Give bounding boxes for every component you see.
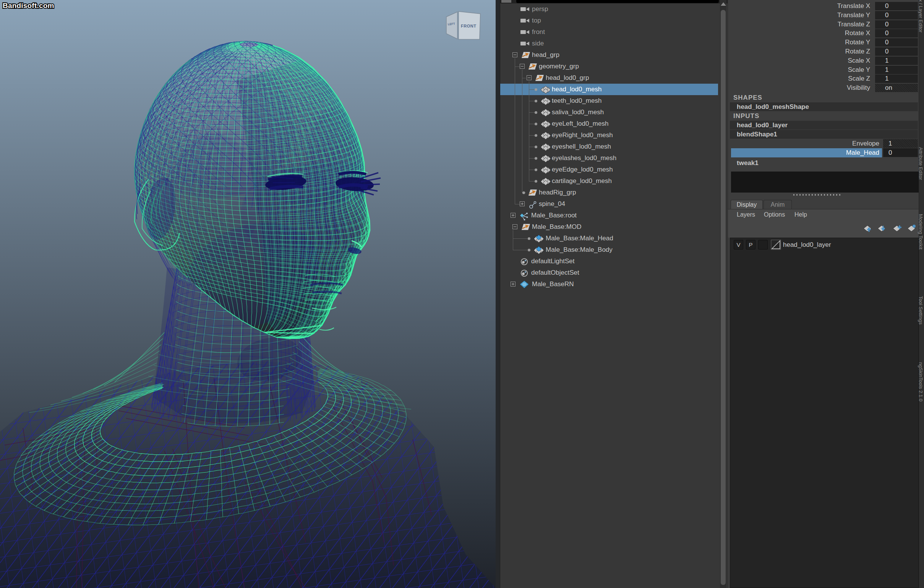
svg-text:FRONT: FRONT — [461, 24, 476, 28]
svg-text:LEFT: LEFT — [448, 22, 455, 26]
svg-text:Bandisoft.com: Bandisoft.com — [3, 2, 54, 10]
